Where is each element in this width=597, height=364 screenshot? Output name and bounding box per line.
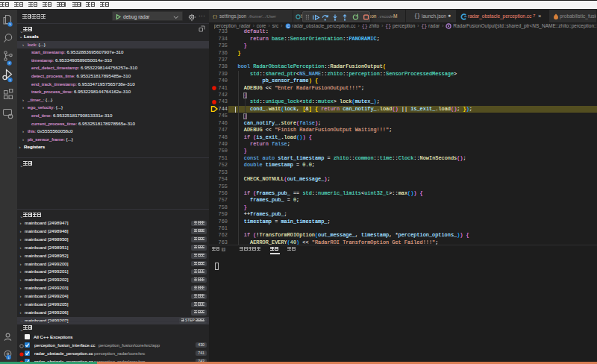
svg-text:C: C bbox=[287, 24, 290, 28]
